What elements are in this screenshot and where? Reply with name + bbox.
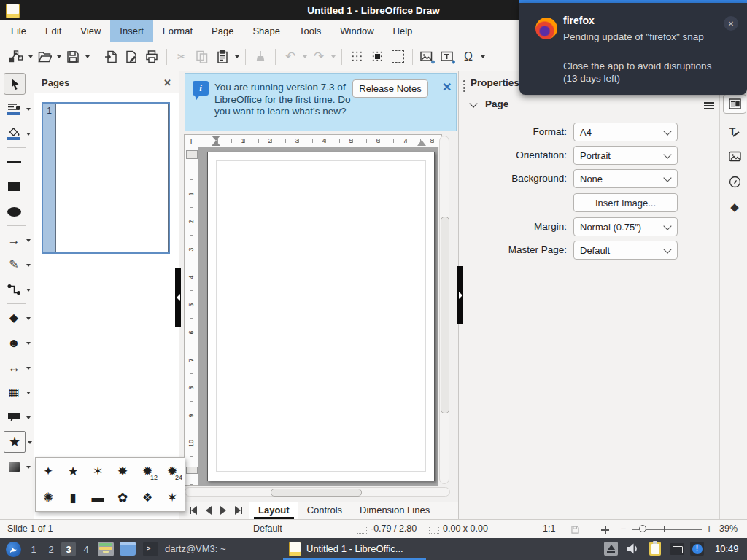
active-window-label[interactable]: Untitled 1 - LibreOffic... (306, 543, 403, 554)
connectors-icon[interactable] (4, 283, 24, 296)
dropdown-arrow[interactable] (24, 307, 32, 329)
helplines-icon[interactable] (387, 46, 408, 68)
stars-banners-icon[interactable]: ★ (4, 431, 26, 453)
zoom-percent[interactable]: 39% (719, 524, 738, 534)
zoom-in-icon[interactable]: + (706, 523, 712, 534)
notification-close-icon[interactable]: ✕ (724, 16, 738, 31)
fill-color-icon[interactable] (4, 127, 24, 140)
indent-marker-top[interactable] (212, 136, 220, 141)
update-notifier-icon[interactable]: ! (690, 542, 704, 556)
right-margin-marker[interactable] (417, 140, 426, 146)
drawing-page[interactable] (207, 152, 435, 481)
files-app-icon[interactable] (98, 542, 114, 556)
next-page-icon[interactable] (220, 506, 226, 515)
save-icon[interactable] (63, 46, 83, 68)
launcher-icon[interactable] (6, 542, 21, 557)
dropdown-arrow[interactable] (24, 122, 32, 144)
star-24-point[interactable]: ✹24 (160, 458, 185, 485)
tab-layout[interactable]: Layout (249, 502, 298, 519)
dropdown-arrow[interactable] (26, 431, 34, 453)
zoom-slider[interactable] (632, 529, 702, 530)
indent-marker-bottom[interactable] (212, 141, 220, 146)
3d-objects-icon[interactable] (4, 462, 24, 472)
tab-properties-icon[interactable] (723, 94, 746, 114)
block-arrows-icon[interactable]: ↔ (4, 361, 24, 374)
export-icon[interactable] (101, 46, 121, 68)
basic-shapes-icon[interactable]: ◆ (4, 312, 24, 324)
dropdown-arrow[interactable] (24, 229, 32, 251)
line-style-icon[interactable] (4, 103, 24, 115)
edit-points-icon[interactable] (6, 46, 26, 68)
callouts-icon[interactable] (4, 413, 24, 421)
drawing-canvas[interactable] (198, 147, 438, 486)
curves-polygons-icon[interactable]: ✎ (4, 259, 24, 271)
orientation-select[interactable]: Portrait (573, 146, 678, 165)
dropdown-arrow[interactable] (24, 279, 32, 300)
flowchart-icon[interactable]: ▦ (4, 386, 24, 398)
fit-slide-icon[interactable] (601, 526, 609, 534)
window-app-icon[interactable] (120, 542, 136, 556)
margin-select[interactable]: Normal (0.75″) (573, 217, 678, 236)
star-6-point[interactable]: ✶ (85, 458, 110, 485)
rectangle-icon[interactable] (4, 182, 24, 191)
zoom-out-icon[interactable]: − (620, 523, 626, 534)
tab-styles-icon[interactable]: T (726, 122, 743, 140)
dropdown-arrow[interactable] (233, 46, 241, 68)
section-menu-icon[interactable] (704, 102, 714, 112)
menu-file[interactable]: File (1, 20, 36, 42)
lines-arrows-icon[interactable]: → (4, 234, 24, 246)
page-thumbnail[interactable]: 1 (42, 102, 170, 254)
release-notes-button[interactable]: Release Notes (352, 79, 428, 98)
workspace-4[interactable]: 4 (79, 542, 93, 556)
ellipse-icon[interactable] (4, 207, 24, 217)
print-icon[interactable] (142, 46, 162, 68)
insert-textbox-icon[interactable] (438, 46, 458, 68)
horizontal-scrollbar-thumb[interactable] (271, 489, 362, 497)
dropdown-arrow[interactable] (24, 254, 32, 276)
snap-to-grid-icon[interactable] (367, 46, 387, 68)
master-page-select[interactable]: Default (573, 241, 678, 260)
pages-panel-close-icon[interactable]: ✕ (163, 77, 171, 88)
tab-navigator-icon[interactable] (726, 173, 743, 190)
dropdown-arrow[interactable] (24, 98, 32, 120)
menu-insert[interactable]: Insert (110, 20, 153, 42)
terminal-icon[interactable]: >_ (143, 542, 158, 556)
menu-shape[interactable]: Shape (243, 20, 290, 42)
shape-horizontal-scroll[interactable]: ▬ (85, 485, 110, 512)
menu-tools[interactable]: Tools (290, 20, 330, 42)
menu-format[interactable]: Format (153, 20, 202, 42)
dropdown-arrow[interactable] (24, 456, 32, 478)
clipboard-icon[interactable] (649, 542, 661, 556)
sidebar-section-title[interactable]: Page (485, 98, 508, 109)
edit-file-icon[interactable] (121, 46, 142, 68)
infobar-close-icon[interactable]: ✕ (442, 80, 452, 94)
tab-gallery-icon[interactable] (726, 147, 743, 165)
menu-window[interactable]: Window (330, 20, 383, 42)
vertical-scrollbar[interactable] (439, 136, 449, 484)
workspace-1[interactable]: 1 (26, 542, 41, 556)
dropdown-arrow[interactable] (24, 406, 32, 428)
style-name[interactable]: Default (253, 524, 282, 534)
menu-page[interactable]: Page (202, 20, 243, 42)
open-file-icon[interactable] (34, 46, 55, 68)
scale-indicator[interactable]: 1:1 (543, 524, 555, 534)
special-character-icon[interactable]: Ω (458, 46, 479, 68)
star-8-point[interactable]: ✸ (110, 458, 135, 485)
network-icon[interactable] (670, 543, 684, 555)
menu-help[interactable]: Help (384, 20, 422, 42)
first-page-icon[interactable] (190, 506, 197, 515)
shape-doorplate[interactable]: ❖ (135, 485, 160, 512)
last-page-icon[interactable] (235, 506, 242, 515)
tab-controls[interactable]: Controls (298, 502, 351, 519)
insert-image-icon[interactable] (417, 46, 438, 68)
paste-icon[interactable] (212, 46, 233, 68)
dropdown-arrow[interactable] (24, 381, 32, 403)
background-select[interactable]: None (573, 169, 678, 188)
insert-line-icon[interactable] (4, 161, 24, 163)
dropdown-arrow[interactable] (83, 46, 91, 68)
dropdown-arrow[interactable] (26, 46, 34, 68)
shape-explosion[interactable]: ✺ (36, 485, 61, 512)
dropdown-arrow[interactable] (24, 332, 32, 354)
shape-signet[interactable]: ✿ (110, 485, 135, 512)
workspace-3[interactable]: 3 (61, 542, 76, 556)
